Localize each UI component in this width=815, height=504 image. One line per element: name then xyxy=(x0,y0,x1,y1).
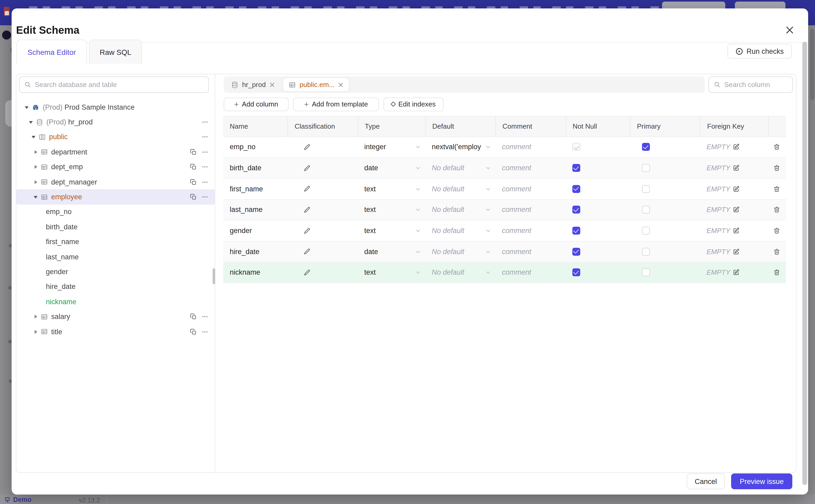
tree-item-salary[interactable]: salary xyxy=(16,309,215,324)
type-cell[interactable]: date xyxy=(357,158,425,178)
pencil-icon[interactable] xyxy=(303,185,310,192)
copy-icon[interactable] xyxy=(190,328,197,335)
tree-item-gender[interactable]: gender xyxy=(16,264,215,279)
caret-right-icon[interactable] xyxy=(33,179,38,185)
more-icon[interactable] xyxy=(201,119,208,125)
type-cell[interactable]: date xyxy=(357,241,425,262)
caret-right-icon[interactable] xyxy=(33,314,38,319)
tree-item-prod-sample-instance[interactable]: (Prod) Prod Sample Instance xyxy=(16,100,215,115)
not-null-checkbox[interactable] xyxy=(572,248,580,256)
more-icon[interactable] xyxy=(201,193,208,200)
trash-icon[interactable] xyxy=(773,227,780,234)
tree-scrollbar[interactable] xyxy=(212,268,215,284)
not-null-checkbox[interactable] xyxy=(572,227,580,235)
more-icon[interactable] xyxy=(201,134,208,140)
default-cell[interactable]: No default xyxy=(425,179,495,199)
tree-item-hire-date[interactable]: hire_date xyxy=(16,279,215,294)
close-icon[interactable] xyxy=(785,25,794,35)
copy-icon[interactable] xyxy=(190,178,197,185)
more-icon[interactable] xyxy=(201,178,208,185)
primary-checkbox[interactable] xyxy=(642,269,650,277)
close-tab-icon[interactable] xyxy=(269,82,275,87)
tree-item-birth-date[interactable]: birth_date xyxy=(16,219,215,234)
trash-icon[interactable] xyxy=(773,164,780,171)
type-cell[interactable]: integer xyxy=(357,137,425,157)
primary-checkbox[interactable] xyxy=(642,206,650,214)
run-checks-button[interactable]: Run checks xyxy=(727,44,792,59)
caret-right-icon[interactable] xyxy=(33,329,38,334)
editor-tab-hr-prod[interactable]: hr_prod xyxy=(226,78,280,91)
edit-foreign-key-icon[interactable] xyxy=(733,164,740,171)
caret-down-icon[interactable] xyxy=(24,104,29,110)
trash-icon[interactable] xyxy=(773,269,780,276)
type-cell[interactable]: text xyxy=(357,200,425,220)
default-cell[interactable]: No default xyxy=(425,241,495,262)
caret-down-icon[interactable] xyxy=(31,134,36,140)
tab-schema-editor[interactable]: Schema Editor xyxy=(16,40,87,64)
add-from-template-button[interactable]: + Add from template xyxy=(293,98,379,111)
edit-foreign-key-icon[interactable] xyxy=(733,269,740,276)
edit-indexes-button[interactable]: Edit indexes xyxy=(383,98,444,111)
pencil-icon[interactable] xyxy=(303,206,310,214)
column-name-input[interactable]: gender xyxy=(230,227,252,235)
tree-item-title[interactable]: title xyxy=(16,324,215,339)
column-name-input[interactable]: emp_no xyxy=(230,143,255,151)
add-column-button[interactable]: + Add column xyxy=(224,98,288,111)
pencil-icon[interactable] xyxy=(303,143,310,151)
more-icon[interactable] xyxy=(201,328,208,335)
column-name-input[interactable]: birth_date xyxy=(230,164,261,172)
dialog-scrollbar[interactable] xyxy=(802,42,807,485)
tree-item-dept-emp[interactable]: dept_emp xyxy=(16,159,215,175)
comment-input[interactable]: comment xyxy=(502,248,531,256)
column-name-input[interactable]: hire_date xyxy=(230,248,259,256)
primary-checkbox[interactable] xyxy=(642,143,650,151)
column-search-input[interactable] xyxy=(724,81,788,89)
tree-item-nickname[interactable]: nickname xyxy=(16,294,215,309)
pencil-icon[interactable] xyxy=(303,269,310,276)
type-cell[interactable]: text xyxy=(357,262,425,283)
trash-icon[interactable] xyxy=(773,206,780,213)
edit-foreign-key-icon[interactable] xyxy=(733,227,740,234)
column-name-input[interactable]: first_name xyxy=(230,185,263,193)
column-name-input[interactable]: nickname xyxy=(230,269,260,277)
tree-item-dept-manager[interactable]: dept_manager xyxy=(16,175,215,190)
cancel-button[interactable]: Cancel xyxy=(687,473,725,489)
trash-icon[interactable] xyxy=(773,144,780,151)
tree-item-hr-prod[interactable]: (Prod) hr_prod xyxy=(16,115,215,130)
not-null-checkbox[interactable] xyxy=(572,185,580,193)
tab-raw-sql[interactable]: Raw SQL xyxy=(89,40,142,64)
not-null-checkbox[interactable] xyxy=(572,164,580,172)
tree-item-public[interactable]: public xyxy=(16,130,215,145)
comment-input[interactable]: comment xyxy=(502,206,531,214)
tree-item-employee[interactable]: employee xyxy=(16,190,215,205)
not-null-checkbox[interactable] xyxy=(572,206,580,214)
tree-item-emp-no[interactable]: emp_no xyxy=(16,204,215,219)
copy-icon[interactable] xyxy=(190,313,197,320)
tree-search-input[interactable] xyxy=(35,81,204,89)
default-cell[interactable]: No default xyxy=(425,262,495,283)
pencil-icon[interactable] xyxy=(303,164,310,172)
column-name-input[interactable]: last_name xyxy=(230,206,263,214)
trash-icon[interactable] xyxy=(773,248,780,255)
close-tab-icon[interactable] xyxy=(338,82,344,87)
caret-right-icon[interactable] xyxy=(33,164,38,170)
preview-issue-button[interactable]: Preview issue xyxy=(731,473,792,489)
comment-input[interactable]: comment xyxy=(502,227,531,235)
primary-checkbox[interactable] xyxy=(642,164,650,172)
primary-checkbox[interactable] xyxy=(642,185,650,193)
tree-item-first-name[interactable]: first_name xyxy=(16,234,215,249)
primary-checkbox[interactable] xyxy=(642,227,650,235)
comment-input[interactable]: comment xyxy=(502,269,531,277)
more-icon[interactable] xyxy=(201,164,208,171)
edit-foreign-key-icon[interactable] xyxy=(733,144,740,151)
copy-icon[interactable] xyxy=(190,193,197,200)
comment-input[interactable]: comment xyxy=(502,164,531,172)
edit-foreign-key-icon[interactable] xyxy=(733,248,740,255)
comment-input[interactable]: comment xyxy=(502,143,531,151)
default-cell[interactable]: nextval('employ xyxy=(425,137,495,157)
default-cell[interactable]: No default xyxy=(425,200,495,220)
default-cell[interactable]: No default xyxy=(425,158,495,178)
primary-checkbox[interactable] xyxy=(642,248,650,256)
edit-foreign-key-icon[interactable] xyxy=(733,206,740,213)
trash-icon[interactable] xyxy=(773,185,780,192)
